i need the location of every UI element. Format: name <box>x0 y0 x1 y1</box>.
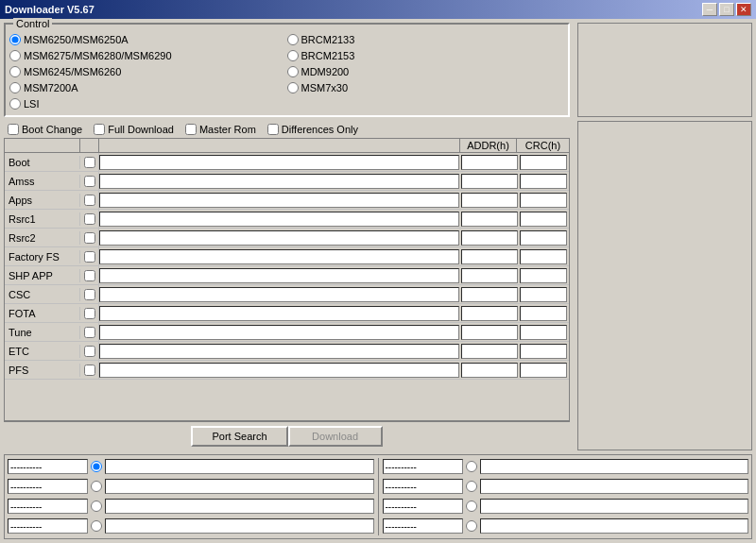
input-rsrc1-crc[interactable] <box>520 212 567 227</box>
input-amss-addr[interactable] <box>461 174 518 189</box>
port-input-4-left[interactable] <box>8 518 88 534</box>
input-etc-crc[interactable] <box>520 344 567 359</box>
port-radio-3-left[interactable] <box>91 501 102 512</box>
check-etc[interactable] <box>84 346 95 357</box>
port-text-4-left[interactable] <box>105 518 374 534</box>
row-check-shp-app[interactable] <box>80 266 99 284</box>
master-rom-check[interactable]: Master Rom <box>185 124 256 135</box>
input-csc-addr[interactable] <box>461 287 518 302</box>
port-search-button[interactable]: Port Search <box>191 426 287 447</box>
port-radio-4-right[interactable] <box>466 520 477 532</box>
check-shp-app[interactable] <box>84 270 95 281</box>
minimize-button[interactable]: ─ <box>702 3 717 16</box>
check-fota[interactable] <box>84 308 95 319</box>
port-text-4-right[interactable] <box>480 518 749 534</box>
radio-msm6245[interactable]: MSM6245/MSM6260 <box>9 64 287 79</box>
input-boot-crc[interactable] <box>520 155 567 170</box>
input-tune-crc[interactable] <box>520 325 567 340</box>
row-check-factory-fs[interactable] <box>80 247 99 265</box>
radio-brcm2133[interactable]: BRCM2133 <box>287 32 565 47</box>
check-boot[interactable] <box>84 157 95 168</box>
input-amss-path[interactable] <box>99 174 459 189</box>
input-pfs-addr[interactable] <box>461 363 518 378</box>
port-radio-2-left[interactable] <box>91 481 102 492</box>
check-rsrc1[interactable] <box>84 213 95 225</box>
radio-brcm2133-input[interactable] <box>287 34 299 45</box>
port-text-1-right[interactable] <box>480 459 749 474</box>
input-boot-path[interactable] <box>99 155 459 170</box>
radio-msm7x30[interactable]: MSM7x30 <box>287 80 565 95</box>
port-text-3-left[interactable] <box>105 499 374 514</box>
input-etc-path[interactable] <box>99 344 459 359</box>
radio-msm6245-input[interactable] <box>9 66 21 77</box>
row-check-etc[interactable] <box>80 342 99 360</box>
radio-msm6275[interactable]: MSM6275/MSM6280/MSM6290 <box>9 48 287 63</box>
master-rom-input[interactable] <box>185 124 197 135</box>
input-etc-addr[interactable] <box>461 344 518 359</box>
input-rsrc1-path[interactable] <box>99 212 459 227</box>
input-apps-path[interactable] <box>99 193 459 208</box>
input-tune-path[interactable] <box>99 325 459 340</box>
input-shp-app-path[interactable] <box>99 268 459 283</box>
input-apps-crc[interactable] <box>520 193 567 208</box>
radio-msm7x30-input[interactable] <box>287 82 299 93</box>
port-text-2-left[interactable] <box>105 479 374 494</box>
row-check-rsrc1[interactable] <box>80 210 99 228</box>
input-boot-addr[interactable] <box>461 155 518 170</box>
port-input-3-left[interactable] <box>8 499 88 514</box>
radio-mdm9200[interactable]: MDM9200 <box>287 64 565 79</box>
port-radio-4-left[interactable] <box>91 520 102 532</box>
row-check-apps[interactable] <box>80 191 99 209</box>
input-rsrc2-path[interactable] <box>99 230 459 246</box>
row-check-tune[interactable] <box>80 323 99 341</box>
radio-mdm9200-input[interactable] <box>287 66 299 77</box>
input-apps-addr[interactable] <box>461 193 518 208</box>
port-text-1-left[interactable] <box>105 459 374 474</box>
radio-brcm2153-input[interactable] <box>287 50 299 61</box>
input-shp-app-crc[interactable] <box>520 268 567 283</box>
full-download-check[interactable]: Full Download <box>94 124 174 135</box>
check-factory-fs[interactable] <box>84 251 95 263</box>
radio-brcm2153[interactable]: BRCM2153 <box>287 48 565 63</box>
input-csc-crc[interactable] <box>520 287 567 302</box>
radio-lsi[interactable]: LSI <box>9 96 287 111</box>
input-fota-path[interactable] <box>99 306 459 321</box>
port-radio-1-right[interactable] <box>466 461 477 472</box>
input-pfs-path[interactable] <box>99 363 459 378</box>
differences-only-check[interactable]: Differences Only <box>267 124 358 135</box>
check-amss[interactable] <box>84 176 95 187</box>
boot-change-check[interactable]: Boot Change <box>8 124 82 135</box>
port-input-1-right[interactable] <box>383 459 463 474</box>
port-input-2-left[interactable] <box>8 479 88 494</box>
check-rsrc2[interactable] <box>84 232 95 244</box>
radio-msm6275-input[interactable] <box>9 50 21 61</box>
check-csc[interactable] <box>84 289 95 300</box>
input-factory-fs-crc[interactable] <box>520 249 567 264</box>
differences-only-input[interactable] <box>267 124 279 135</box>
input-rsrc2-addr[interactable] <box>461 230 518 246</box>
radio-msm6250-input[interactable] <box>9 34 21 45</box>
radio-lsi-input[interactable] <box>9 98 21 110</box>
port-input-4-right[interactable] <box>383 518 463 534</box>
input-tune-addr[interactable] <box>461 325 518 340</box>
input-pfs-crc[interactable] <box>520 363 567 378</box>
port-radio-3-right[interactable] <box>466 501 477 512</box>
radio-msm7200a-input[interactable] <box>9 82 21 93</box>
row-check-fota[interactable] <box>80 304 99 322</box>
port-radio-2-right[interactable] <box>466 481 477 492</box>
input-shp-app-addr[interactable] <box>461 268 518 283</box>
boot-change-input[interactable] <box>8 124 19 135</box>
port-text-2-right[interactable] <box>480 479 749 494</box>
port-input-2-right[interactable] <box>383 479 463 494</box>
row-check-amss[interactable] <box>80 172 99 190</box>
maximize-button[interactable]: □ <box>719 3 734 16</box>
row-check-pfs[interactable] <box>80 361 99 379</box>
input-fota-addr[interactable] <box>461 306 518 321</box>
input-factory-fs-addr[interactable] <box>461 249 518 264</box>
port-input-3-right[interactable] <box>383 499 463 514</box>
input-amss-crc[interactable] <box>520 174 567 189</box>
row-check-boot[interactable] <box>80 153 99 171</box>
input-csc-path[interactable] <box>99 287 459 302</box>
row-check-rsrc2[interactable] <box>80 229 99 246</box>
check-tune[interactable] <box>84 327 95 338</box>
